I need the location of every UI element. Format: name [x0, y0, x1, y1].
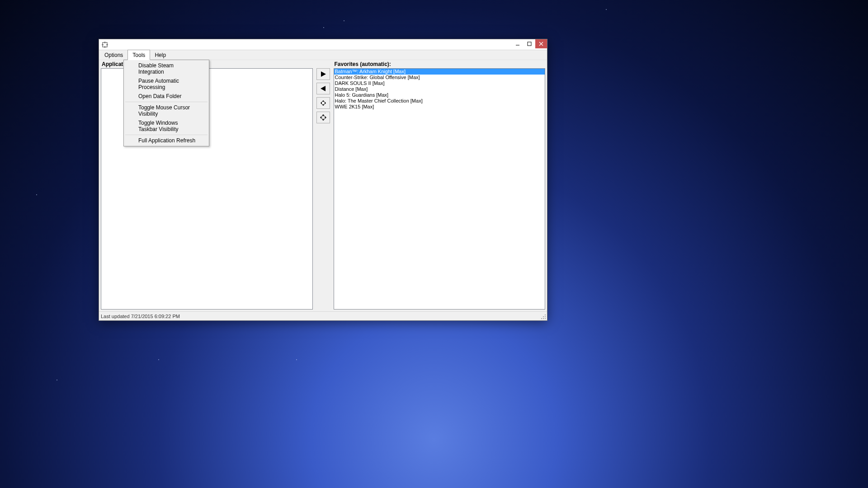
tools-full-refresh[interactable]: Full Application Refresh: [125, 136, 208, 145]
svg-rect-19: [322, 116, 325, 119]
minimize-button[interactable]: [512, 39, 524, 48]
svg-point-21: [543, 318, 544, 319]
menu-tools[interactable]: Tools: [127, 50, 150, 60]
tools-disable-steam[interactable]: Disable Steam Integration: [125, 61, 208, 76]
menu-help[interactable]: Help: [150, 50, 170, 60]
transfer-buttons: [316, 60, 331, 310]
svg-marker-9: [321, 71, 326, 77]
favorites-listbox[interactable]: Batman™: Arkham Knight [Max]Counter-Stri…: [334, 68, 546, 310]
favorites-item[interactable]: Halo: The Master Chief Collection [Max]: [334, 98, 545, 104]
svg-marker-18: [325, 116, 326, 119]
svg-point-22: [545, 316, 546, 317]
app-icon: [102, 42, 108, 48]
resize-grip-icon[interactable]: [541, 314, 546, 319]
statusbar: Last updated 7/21/2015 6:09:22 PM: [99, 311, 547, 320]
svg-marker-16: [322, 119, 325, 121]
favorites-item[interactable]: Batman™: Arkham Knight [Max]: [334, 69, 545, 75]
svg-point-25: [545, 314, 546, 315]
svg-rect-6: [528, 42, 531, 46]
move-left-button[interactable]: [316, 83, 330, 94]
close-button[interactable]: [535, 39, 547, 48]
favorites-item[interactable]: DARK SOULS II [Max]: [334, 80, 545, 86]
favorites-item[interactable]: Counter-Strike: Global Offensive [Max]: [334, 75, 545, 80]
content-area: Disable Steam Integration Pause Automati…: [99, 60, 547, 311]
app-window: Options Tools Help Disable Steam Integra…: [99, 39, 547, 321]
favorites-panel: Favorites (automatic): Batman™: Arkham K…: [334, 60, 546, 310]
menu-separator: [125, 135, 208, 135]
svg-point-20: [545, 318, 546, 319]
tools-open-data[interactable]: Open Data Folder: [125, 92, 208, 101]
svg-marker-10: [321, 86, 326, 91]
svg-marker-12: [322, 104, 325, 106]
tools-toggle-cursor[interactable]: Toggle Mouse Cursor Visibility: [125, 103, 208, 118]
svg-marker-17: [320, 116, 321, 119]
status-text: Last updated 7/21/2015 6:09:22 PM: [101, 314, 180, 319]
menu-options[interactable]: Options: [100, 50, 127, 60]
tools-dropdown: Disable Steam Integration Pause Automati…: [123, 60, 209, 146]
favorites-item[interactable]: WWE 2K15 [Max]: [334, 104, 545, 110]
contract-button[interactable]: [316, 97, 330, 109]
menu-separator: [125, 102, 208, 102]
svg-marker-15: [322, 114, 325, 116]
svg-point-23: [541, 318, 542, 319]
menubar: Options Tools Help: [99, 50, 547, 60]
maximize-button[interactable]: [524, 39, 535, 48]
svg-marker-14: [325, 102, 326, 104]
favorites-item[interactable]: Distance [Max]: [334, 86, 545, 92]
tools-toggle-taskbar[interactable]: Toggle Windows Taskbar Visibility: [125, 118, 208, 134]
svg-marker-11: [322, 100, 325, 102]
favorites-label: Favorites (automatic):: [334, 60, 546, 68]
svg-point-24: [543, 316, 544, 317]
expand-button[interactable]: [316, 112, 330, 123]
titlebar[interactable]: [99, 39, 547, 50]
svg-marker-13: [321, 102, 322, 104]
move-right-button[interactable]: [316, 68, 330, 80]
favorites-item[interactable]: Halo 5: Guardians [Max]: [334, 92, 545, 98]
tools-pause-auto[interactable]: Pause Automatic Processing: [125, 76, 208, 92]
